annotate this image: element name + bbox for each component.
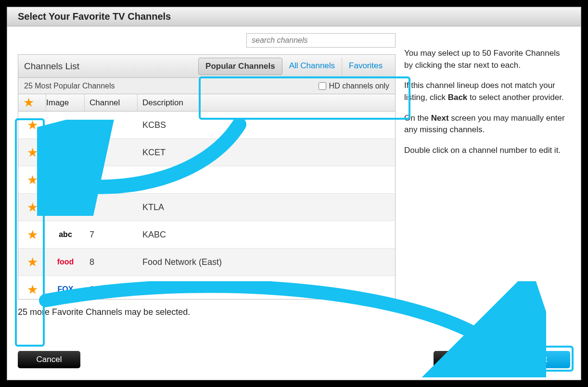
panel-title: Channels List bbox=[24, 61, 198, 72]
favorite-star-icon[interactable]: ★ bbox=[27, 200, 38, 215]
channel-description: KCET bbox=[138, 148, 395, 158]
channel-number[interactable]: 4 bbox=[85, 175, 138, 185]
hd-channels-label: HD channels only bbox=[329, 82, 389, 90]
dialog-window: Select Your Favorite TV Channels Channel… bbox=[7, 7, 581, 380]
table-row[interactable]: ★food8Food Network (East) bbox=[18, 249, 395, 276]
channel-logo: KCET bbox=[54, 147, 77, 158]
help-p2: If this channel lineup does not match yo… bbox=[404, 80, 570, 103]
channel-number[interactable]: 3 bbox=[85, 148, 138, 158]
hd-channels-checkbox-label[interactable]: HD channels only bbox=[319, 82, 389, 90]
left-column: Channels List Popular Channels All Chann… bbox=[18, 33, 396, 380]
channel-number[interactable]: 2 bbox=[85, 120, 138, 130]
search-input[interactable] bbox=[246, 33, 396, 48]
help-p1: You may select up to 50 Favorite Channel… bbox=[404, 48, 570, 71]
channel-description: KNBC bbox=[138, 175, 395, 185]
table-row[interactable]: ★KCET3KCET bbox=[18, 139, 395, 166]
channel-description: KTLA bbox=[138, 202, 395, 212]
table-row[interactable]: ★abc7KABC bbox=[18, 221, 395, 249]
channel-description: KABC bbox=[138, 230, 395, 240]
favorite-star-icon[interactable]: ★ bbox=[27, 227, 38, 242]
next-button[interactable]: Next bbox=[508, 351, 570, 368]
channel-logo: food bbox=[56, 257, 75, 267]
tab-all-channels[interactable]: All Channels bbox=[282, 58, 342, 75]
channel-number[interactable]: 11 bbox=[85, 285, 138, 295]
channel-logo: CBS bbox=[56, 120, 75, 130]
channel-description: KTTV bbox=[138, 285, 395, 295]
cancel-button[interactable]: Cancel bbox=[18, 351, 80, 368]
page-title: Select Your Favorite TV Channels bbox=[18, 11, 171, 22]
grid-header: ★ Image Channel Description bbox=[18, 94, 395, 112]
channel-logo: KTLA bbox=[54, 202, 77, 212]
table-row[interactable]: ★KTLA5KTLA bbox=[18, 194, 395, 221]
favorite-star-icon[interactable]: ★ bbox=[27, 282, 38, 297]
header-image-col[interactable]: Image bbox=[46, 94, 85, 111]
channel-logo: NBC bbox=[56, 175, 75, 185]
favorite-star-icon[interactable]: ★ bbox=[27, 173, 38, 187]
channel-logo: abc bbox=[58, 229, 73, 240]
help-p3: On the Next screen you may manually ente… bbox=[404, 112, 570, 136]
channel-logo: FOX bbox=[57, 284, 75, 295]
status-line: 25 more Favorite Channels may be selecte… bbox=[18, 307, 396, 317]
hd-channels-checkbox[interactable] bbox=[319, 82, 326, 90]
star-icon: ★ bbox=[23, 95, 34, 110]
button-row: Cancel Back Next bbox=[18, 351, 570, 368]
tabs: Popular Channels All Channels Favorites bbox=[198, 58, 389, 75]
header-channel-col[interactable]: Channel bbox=[85, 94, 138, 111]
title-bar: Select Your Favorite TV Channels bbox=[7, 7, 581, 26]
tab-favorites[interactable]: Favorites bbox=[342, 58, 389, 75]
channel-number[interactable]: 8 bbox=[85, 257, 138, 267]
favorite-star-icon[interactable]: ★ bbox=[27, 255, 38, 270]
back-button[interactable]: Back bbox=[434, 351, 496, 368]
help-p4: Double click on a channel number to edit… bbox=[404, 145, 570, 157]
channels-panel: Channels List Popular Channels All Chann… bbox=[18, 54, 396, 300]
header-description-col[interactable]: Description bbox=[138, 94, 395, 111]
table-row[interactable]: ★FOX11KTTV bbox=[18, 276, 395, 299]
grid-body[interactable]: ★CBS2KCBS★KCET3KCET★NBC4KNBC★KTLA5KTLA★a… bbox=[18, 112, 395, 299]
table-row[interactable]: ★CBS2KCBS bbox=[18, 112, 395, 139]
favorite-star-icon[interactable]: ★ bbox=[27, 118, 38, 133]
panel-subtitle: 25 Most Popular Channels bbox=[24, 82, 115, 90]
help-text: You may select up to 50 Favorite Channel… bbox=[404, 33, 570, 380]
header-star-col: ★ bbox=[18, 94, 46, 111]
favorite-star-icon[interactable]: ★ bbox=[27, 145, 38, 160]
table-row[interactable]: ★NBC4KNBC bbox=[18, 166, 395, 194]
tab-popular-channels[interactable]: Popular Channels bbox=[198, 58, 282, 75]
channel-number[interactable]: 5 bbox=[85, 202, 138, 212]
channel-description: Food Network (East) bbox=[138, 257, 395, 267]
channel-description: KCBS bbox=[138, 120, 395, 130]
channel-number[interactable]: 7 bbox=[85, 230, 138, 240]
